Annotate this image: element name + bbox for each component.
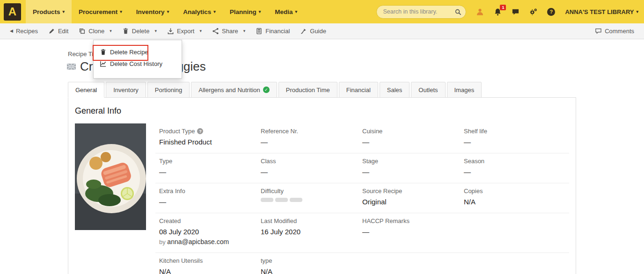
tab-sales[interactable]: Sales [380, 82, 410, 98]
field-last-modified: Last Modified 16 July 2020 [261, 217, 362, 245]
delete-button[interactable]: Delete ▾ [117, 23, 162, 39]
tab-financial[interactable]: Financial [339, 82, 378, 98]
pencil-icon [48, 28, 55, 35]
tab-production-time[interactable]: Production Time [278, 82, 337, 98]
field-type: Type — [159, 158, 261, 176]
nav-item-analytics[interactable]: Analytics ▾ [176, 0, 223, 23]
field-row-3: Extra Info — Difficulty Source Recipe [155, 183, 569, 213]
menu-item-label: Delete Cost History [110, 60, 162, 67]
field-label: type [261, 257, 362, 264]
download-icon [167, 28, 174, 35]
chat-icon[interactable] [512, 8, 520, 16]
field-shelf-life: Shelf life — [464, 128, 565, 146]
field-label: Class [261, 158, 362, 165]
user-icon[interactable] [476, 8, 484, 16]
search-icon[interactable] [454, 8, 461, 15]
notifications-bell-icon[interactable]: 1 [494, 8, 502, 16]
guide-button[interactable]: Guide [295, 23, 331, 39]
tab-allergens-nutrition[interactable]: Allergens and Nutrition ✓ [191, 82, 277, 98]
back-to-recipes-button[interactable]: ◀ Recipes [5, 23, 43, 39]
menu-item-delete-cost-history[interactable]: Delete Cost History [94, 58, 182, 70]
field-label: Season [464, 158, 565, 165]
difficulty-pill [261, 198, 273, 202]
field-value: 16 July 2020 [261, 228, 362, 236]
menu-item-label: Delete Recipe [110, 49, 148, 56]
recipe-toolbar: ◀ Recipes Edit Clone ▾ Delete ▾ Export ▾… [0, 23, 644, 39]
field-value: N/A [159, 267, 261, 274]
help-tooltip-icon[interactable]: ? [197, 128, 203, 134]
nav-item-inventory[interactable]: Inventory ▾ [129, 0, 176, 23]
field-row-5: Kitchen Utensils N/A type N/A [155, 253, 569, 274]
guide-route-icon [300, 28, 307, 35]
field-season: Season — [464, 158, 565, 176]
menu-item-delete-recipe[interactable]: Delete Recipe [94, 46, 182, 58]
clone-button[interactable]: Clone ▾ [73, 23, 117, 39]
export-label: Export [177, 28, 195, 35]
field-value: — [159, 198, 261, 206]
share-icon [212, 28, 219, 35]
section-heading: General Info [75, 106, 569, 116]
tab-inventory[interactable]: Inventory [106, 82, 146, 98]
help-icon[interactable]: ? [547, 8, 555, 16]
trash-icon [100, 49, 107, 56]
difficulty-pill [275, 198, 288, 202]
field-value: — [362, 228, 464, 236]
nav-item-label: Planning [230, 8, 256, 15]
field-label: Reference Nr. [261, 128, 362, 135]
caret-down-icon: ▾ [167, 10, 169, 14]
settings-gears-icon[interactable] [529, 8, 537, 16]
tab-outlets[interactable]: Outlets [411, 82, 445, 98]
language-flag-icon [67, 64, 76, 70]
caret-down-icon: ▾ [259, 10, 261, 14]
field-row-2: Type — Class — Stage — Season — [155, 153, 569, 183]
tab-label: Financial [346, 87, 371, 94]
nav-item-planning[interactable]: Planning ▾ [223, 0, 268, 23]
nav-item-procurement[interactable]: Procurement ▾ [72, 0, 129, 23]
edit-button[interactable]: Edit [43, 23, 73, 39]
field-value: — [362, 138, 464, 146]
tab-label: Outlets [418, 87, 438, 94]
caret-down-icon: ▾ [120, 10, 122, 14]
field-empty [362, 257, 464, 274]
nav-item-label: Inventory [136, 8, 165, 15]
field-cuisine: Cuisine — [362, 128, 464, 146]
difficulty-pill [290, 198, 302, 202]
nav-item-products[interactable]: Products ▾ [26, 0, 72, 23]
trash-icon [122, 28, 129, 35]
tab-portioning[interactable]: Portioning [147, 82, 190, 98]
top-navbar: A Products ▾ Procurement ▾ Inventory ▾ A… [0, 0, 644, 23]
export-button[interactable]: Export ▾ [162, 23, 207, 39]
tab-general[interactable]: General [68, 82, 104, 98]
clone-icon [79, 28, 86, 35]
comments-button[interactable]: Comments [590, 23, 639, 39]
library-switcher[interactable]: ANNA'S TEST LIBRARY ▾ [565, 8, 638, 15]
chart-line-icon [100, 60, 107, 67]
field-value: — [159, 168, 261, 176]
nav-item-media[interactable]: Media ▾ [268, 0, 304, 23]
share-label: Share [222, 28, 238, 35]
clone-label: Clone [88, 28, 104, 35]
recipe-tabs: General Inventory Portioning Allergens a… [68, 82, 644, 98]
field-label: Type [159, 158, 261, 165]
tab-label: Allergens and Nutrition [198, 87, 260, 94]
financial-button[interactable]: Financial [250, 23, 295, 39]
field-value: — [464, 138, 565, 146]
tab-images[interactable]: Images [447, 82, 482, 98]
tab-label: General [75, 87, 97, 94]
field-copies: Copies N/A [464, 187, 565, 206]
calculator-icon [256, 28, 263, 35]
field-label: Difficulty [261, 187, 362, 195]
field-label: Last Modified [261, 217, 362, 224]
field-reference-nr: Reference Nr. — [261, 128, 362, 146]
difficulty-meter [261, 198, 362, 202]
nav-item-label: Procurement [79, 8, 117, 15]
navbar-right: 1 ? ANNA'S TEST LIBRARY ▾ [376, 5, 638, 19]
search-input[interactable] [376, 5, 466, 19]
caret-down-icon: ▾ [243, 29, 246, 33]
guide-label: Guide [310, 28, 326, 35]
share-button[interactable]: Share ▾ [207, 23, 250, 39]
apicbase-logo[interactable]: A [4, 3, 21, 21]
field-difficulty: Difficulty [261, 187, 362, 206]
delete-dropdown-menu: Delete Recipe Delete Cost History [93, 40, 182, 79]
library-name: ANNA'S TEST LIBRARY [565, 8, 634, 15]
